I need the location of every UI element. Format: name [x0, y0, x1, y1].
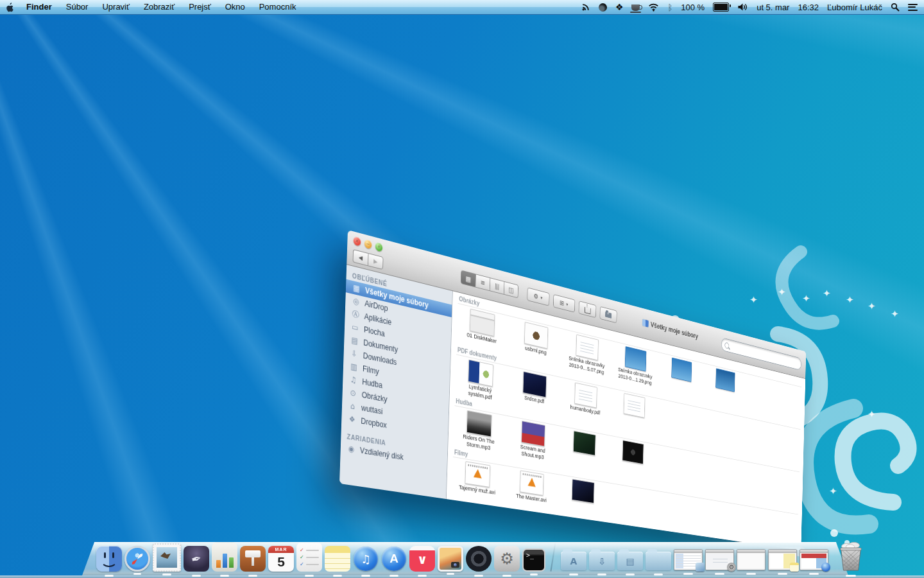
bluetooth-icon[interactable]: ᛒ [667, 0, 672, 14]
sidebar-item-label: Dropbox [361, 416, 387, 430]
file-item[interactable]: Srdce.pdf [511, 369, 557, 414]
menu-finder[interactable]: Finder [19, 0, 59, 14]
volume-icon[interactable] [737, 0, 748, 14]
file-item[interactable]: The Master.avi [509, 468, 554, 505]
dock-pages-icon[interactable]: ✒ [184, 546, 209, 572]
notification-center-icon[interactable] [908, 0, 918, 14]
file-item[interactable] [662, 355, 701, 397]
fast-user-switching-menu[interactable]: Ľubomír Lukáč [827, 3, 882, 12]
file-item[interactable] [613, 391, 654, 433]
file-thumbnail [468, 360, 493, 387]
dock-calendar-icon[interactable]: MAR5 [268, 546, 294, 572]
menu-súbor[interactable]: Súbor [59, 0, 96, 14]
dock-minimized-preview-window[interactable] [674, 549, 703, 570]
menu-zobraziť[interactable]: Zobraziť [137, 0, 182, 14]
downloads-icon: ⇩ [350, 348, 359, 359]
dock-minimized-safari-window[interactable] [800, 549, 828, 570]
action-menu-button[interactable]: ⚙▼ [527, 287, 549, 306]
dock-itunes-icon[interactable]: ♫ [353, 546, 379, 572]
file-item[interactable]: humanbody.pdf [564, 380, 608, 423]
dock-terminal-icon[interactable]: >_ [522, 548, 545, 572]
eclipse-icon[interactable] [599, 0, 607, 14]
dock-numbers-icon[interactable] [212, 542, 237, 572]
desktop-icon: ▭ [350, 322, 360, 333]
system-preferences-badge-icon: ⚙ [727, 563, 736, 572]
dock-generic-folder-icon[interactable] [646, 552, 671, 570]
dropbox-icon[interactable]: ❖ [615, 0, 624, 14]
new-folder-icon [605, 311, 612, 319]
coverflow-view-button[interactable]: ◫ [504, 281, 518, 298]
close-button[interactable]: × [353, 236, 361, 247]
zoom-button[interactable]: + [375, 242, 383, 252]
dock-downloads-folder-icon[interactable]: ⇩ [589, 552, 615, 570]
menu-list: FinderSúborUpraviťZobraziťPrejsťOknoPomo… [19, 0, 304, 14]
dock-app-store-icon[interactable]: A [381, 546, 407, 572]
dock-minimized-blank-window[interactable] [737, 549, 766, 570]
menu-pomocník[interactable]: Pomocník [252, 0, 304, 14]
view-mode-control: ▦ ≡ ||| ◫ [461, 270, 518, 298]
back-button[interactable]: ◀ [353, 249, 368, 266]
dock-keynote-icon[interactable] [240, 546, 266, 572]
menu-okno[interactable]: Okno [218, 0, 252, 14]
svg-text:✦: ✦ [749, 294, 758, 306]
menu-bar-time[interactable]: 16:32 [798, 3, 819, 12]
rss-icon[interactable] [581, 0, 590, 14]
dock-iphoto-icon[interactable] [438, 546, 463, 572]
dock-minimized-system-preferences-window[interactable]: ⚙ [705, 549, 734, 570]
wifi-icon[interactable] [648, 0, 659, 14]
icon-view-button[interactable]: ▦ [461, 270, 476, 287]
list-view-button[interactable]: ≡ [475, 274, 490, 292]
menu-upraviť[interactable]: Upraviť [95, 0, 136, 14]
finder-window: × − + ◀ ▶ ▦ ≡ ||| ◫ ⚙▼ ⊞▼ Všetky moje sú… [339, 230, 806, 550]
dock-finder-icon[interactable] [96, 546, 122, 572]
dock-aperture-icon[interactable] [466, 546, 492, 572]
all-my-files-icon [642, 319, 649, 328]
coffee-cup-icon[interactable] [631, 0, 640, 14]
dock-floor [0, 575, 924, 578]
spotlight-icon[interactable] [891, 0, 900, 14]
dock-safari-icon[interactable] [124, 546, 150, 572]
dock-minimized-notes-window[interactable] [768, 549, 797, 570]
menu-prejsť[interactable]: Prejsť [182, 0, 218, 14]
file-item[interactable]: Riders On The Storm.mp3 [454, 408, 503, 453]
menu-bar-date[interactable]: ut 5. mar [757, 3, 789, 12]
dock-separator [550, 542, 556, 572]
forward-button[interactable]: ▶ [368, 253, 384, 270]
mini-titlebar [800, 550, 828, 553]
file-thumbnail [520, 470, 543, 496]
share-button[interactable] [579, 301, 597, 318]
column-view-button[interactable]: ||| [490, 277, 505, 295]
file-item[interactable] [706, 366, 744, 407]
battery-icon[interactable] [713, 0, 729, 14]
file-item[interactable] [612, 438, 653, 479]
svg-text:✦: ✦ [891, 308, 899, 320]
dock-documents-folder-icon[interactable]: ▤ [617, 552, 643, 570]
dock-pocket-icon[interactable]: ∨ [409, 546, 435, 572]
file-thumbnail [573, 431, 595, 456]
dock-trash-icon[interactable] [836, 541, 866, 572]
safari-badge-icon [821, 563, 830, 572]
window-title: Všetky moje súbory [642, 319, 698, 340]
file-item[interactable] [562, 428, 606, 471]
svg-text:✦: ✦ [829, 486, 837, 497]
dock-reminders-icon[interactable]: ✓✓✓ [296, 543, 322, 572]
file-item[interactable]: Tajemný muž.avi [453, 459, 501, 496]
minimize-button[interactable]: − [364, 239, 372, 249]
new-folder-button[interactable] [599, 306, 617, 324]
dock-notes-icon[interactable] [325, 546, 350, 572]
folder-glyph: A [570, 556, 578, 566]
home-icon: ⌂ [348, 401, 357, 412]
dock-mail-icon[interactable] [153, 543, 181, 572]
dock-applications-folder-icon[interactable]: A [561, 552, 586, 570]
menu-bar-status: ❖ ᛒ 100 % ut 5. mar 16:32 Ľubomír Lukáč [581, 0, 924, 14]
file-item[interactable] [561, 477, 604, 512]
apple-menu[interactable] [0, 3, 19, 12]
arrange-menu-button[interactable]: ⊞▼ [553, 294, 575, 313]
file-thumbnail [572, 479, 595, 504]
dock-system-preferences-icon[interactable]: ⚙ [494, 546, 520, 572]
file-item[interactable]: Lymfatický systém.pdf [456, 357, 504, 403]
svg-text:✦: ✦ [778, 286, 786, 298]
mini-titlebar [737, 550, 765, 553]
sidebar: OBĽÚBENÉ ▦Všetky moje súbory◎AirDropⒶApl… [339, 265, 453, 500]
file-item[interactable]: Scream and Shout.mp3 [510, 419, 556, 462]
